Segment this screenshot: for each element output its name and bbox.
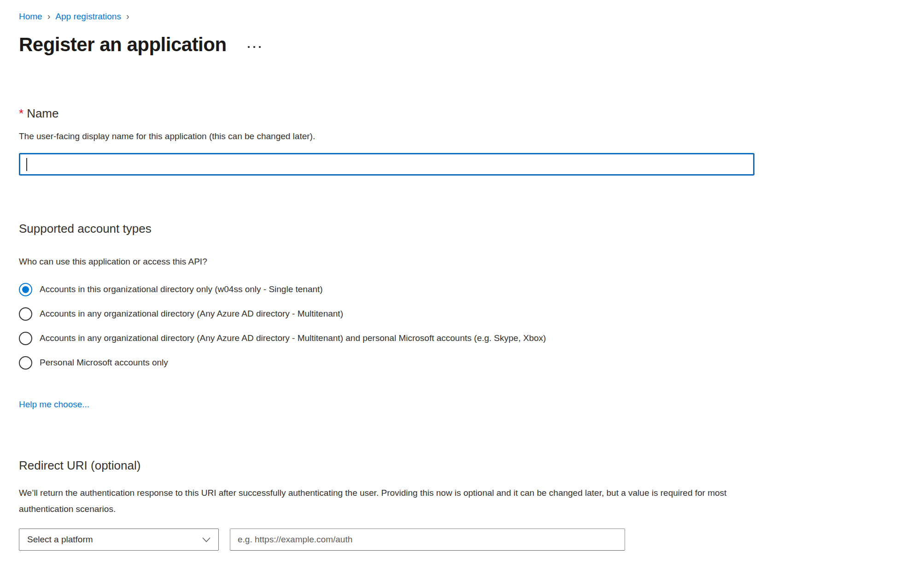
redirect-uri-input[interactable] <box>230 529 625 551</box>
radio-option-multitenant[interactable]: Accounts in any organizational directory… <box>19 305 924 323</box>
radio-button-icon <box>19 307 32 321</box>
radio-option-label: Accounts in this organizational director… <box>40 284 323 294</box>
radio-button-icon <box>19 332 32 345</box>
breadcrumb-home-link[interactable]: Home <box>19 12 42 22</box>
name-field-label: *Name <box>19 106 924 121</box>
redirect-uri-description: We’ll return the authentication response… <box>19 485 770 517</box>
breadcrumb: Home › App registrations › <box>19 11 924 22</box>
page-title: Register an application <box>19 34 227 56</box>
account-types-question: Who can use this application or access t… <box>19 257 924 267</box>
help-me-choose-link[interactable]: Help me choose... <box>19 400 89 410</box>
name-input[interactable] <box>19 153 754 176</box>
breadcrumb-app-registrations-link[interactable]: App registrations <box>55 12 121 22</box>
more-options-ellipsis-icon[interactable] <box>248 46 261 48</box>
radio-button-icon <box>19 283 32 296</box>
radio-option-personal-only[interactable]: Personal Microsoft accounts only <box>19 353 924 372</box>
text-cursor <box>26 158 27 171</box>
account-type-radio-group: Accounts in this organizational director… <box>19 280 924 372</box>
chevron-down-icon <box>202 537 211 542</box>
platform-select-dropdown[interactable]: Select a platform <box>19 529 219 551</box>
required-asterisk: * <box>19 106 23 120</box>
redirect-uri-controls: Select a platform <box>19 529 924 551</box>
radio-option-label: Accounts in any organizational directory… <box>40 333 546 343</box>
radio-button-icon <box>19 356 32 370</box>
title-row: Register an application <box>19 34 924 56</box>
redirect-uri-heading: Redirect URI (optional) <box>19 458 924 473</box>
radio-option-label: Accounts in any organizational directory… <box>40 309 343 319</box>
supported-account-types-heading: Supported account types <box>19 222 924 236</box>
name-field-description: The user-facing display name for this ap… <box>19 131 924 141</box>
radio-option-label: Personal Microsoft accounts only <box>40 358 168 368</box>
breadcrumb-chevron-icon: › <box>126 11 129 22</box>
register-application-page: Home › App registrations › Register an a… <box>0 0 924 551</box>
radio-option-multitenant-personal[interactable]: Accounts in any organizational directory… <box>19 329 924 347</box>
platform-select-value: Select a platform <box>27 535 93 545</box>
breadcrumb-chevron-icon: › <box>47 11 51 22</box>
name-label-text: Name <box>27 106 58 120</box>
radio-option-single-tenant[interactable]: Accounts in this organizational director… <box>19 280 924 299</box>
